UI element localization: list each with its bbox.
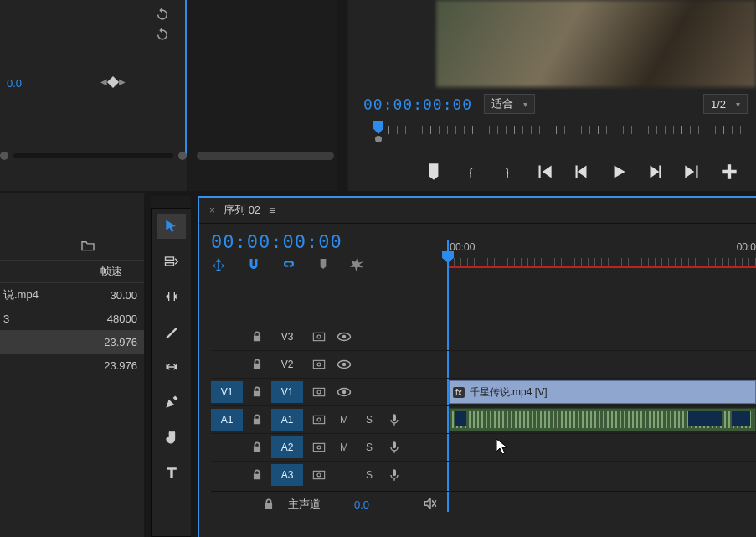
- reset-icon[interactable]: [155, 26, 170, 41]
- svg-rect-24: [393, 469, 396, 476]
- source-patch-v1[interactable]: V1: [211, 381, 243, 403]
- add-keyframe-icon[interactable]: [107, 75, 119, 87]
- add-marker-button[interactable]: [423, 161, 445, 183]
- svg-rect-22: [313, 471, 324, 478]
- mute-button[interactable]: [332, 464, 357, 486]
- close-tab-button[interactable]: ×: [209, 204, 215, 216]
- project-row[interactable]: 23.976: [0, 330, 144, 354]
- lock-icon[interactable]: [246, 381, 268, 403]
- sync-lock-icon[interactable]: [306, 464, 332, 486]
- track-a1-content[interactable]: [447, 408, 756, 431]
- source-patch-a1[interactable]: A1: [211, 409, 243, 431]
- next-keyframe-icon[interactable]: ▶: [119, 77, 126, 86]
- insert-overwrite-icon[interactable]: [211, 256, 226, 274]
- lock-icon[interactable]: [246, 436, 268, 458]
- voiceover-icon[interactable]: [382, 409, 407, 431]
- sequence-tab[interactable]: 序列 02: [224, 203, 260, 218]
- resolution-dropdown[interactable]: 1/2 ▾: [703, 94, 748, 114]
- lock-icon[interactable]: [246, 464, 268, 486]
- svg-point-23: [317, 473, 321, 477]
- project-list-header[interactable]: 帧速: [0, 261, 144, 283]
- toggle-track-output-icon[interactable]: [332, 381, 357, 403]
- program-timecode[interactable]: 00:00:00:00: [363, 96, 472, 113]
- go-to-out-button[interactable]: [681, 161, 703, 183]
- fx-badge: fx: [453, 387, 465, 398]
- solo-button[interactable]: S: [357, 464, 382, 486]
- toggle-track-output-icon[interactable]: [332, 326, 357, 348]
- folder-icon[interactable]: [80, 240, 95, 254]
- sync-lock-icon[interactable]: [306, 326, 332, 348]
- add-marker-icon[interactable]: [316, 257, 330, 273]
- pen-tool[interactable]: [157, 390, 186, 415]
- voiceover-icon[interactable]: [382, 464, 407, 486]
- lift-button[interactable]: [718, 161, 740, 183]
- mark-in-button[interactable]: {: [460, 161, 481, 183]
- lock-icon[interactable]: [246, 409, 268, 431]
- program-monitor-panel: 00:00:00:00 适合 ▾ 1/2 ▾ { }: [347, 0, 756, 193]
- type-tool[interactable]: [157, 460, 186, 485]
- track-label-a3[interactable]: A3: [271, 464, 303, 486]
- panel-divider[interactable]: [191, 196, 198, 537]
- snap-icon[interactable]: [246, 256, 261, 274]
- project-row[interactable]: 说.mp430.00: [0, 283, 144, 307]
- lock-icon[interactable]: [246, 326, 268, 348]
- horizontal-scrollbar[interactable]: [0, 150, 187, 162]
- sync-lock-icon[interactable]: [306, 354, 332, 375]
- step-forward-button[interactable]: [645, 161, 666, 183]
- mute-button[interactable]: M: [332, 409, 357, 431]
- playhead-marker-icon[interactable]: [373, 121, 383, 134]
- selection-tool[interactable]: [157, 214, 186, 239]
- lock-icon[interactable]: [258, 493, 280, 515]
- track-select-tool[interactable]: [157, 249, 186, 274]
- project-row[interactable]: 348000: [0, 307, 144, 330]
- timeline-settings-icon[interactable]: [350, 256, 365, 274]
- linked-selection-icon[interactable]: [281, 256, 296, 274]
- project-row[interactable]: 23.976: [0, 354, 144, 377]
- hand-tool[interactable]: [157, 425, 186, 450]
- svg-point-9: [317, 363, 321, 366]
- timeline-timecode[interactable]: 00:00:00:00: [211, 231, 342, 252]
- master-value[interactable]: 0.0: [354, 498, 369, 511]
- audio-clip[interactable]: [449, 408, 756, 431]
- lock-icon[interactable]: [246, 354, 268, 375]
- zoom-fit-dropdown[interactable]: 适合 ▾: [484, 94, 535, 114]
- go-to-in-button[interactable]: [533, 161, 555, 183]
- slip-tool[interactable]: [157, 354, 186, 380]
- project-item-fps: 48000: [94, 312, 144, 325]
- track-label-v1[interactable]: V1: [271, 381, 303, 403]
- panel-divider[interactable]: [144, 196, 151, 537]
- track-label-a1[interactable]: A1: [271, 409, 303, 431]
- play-button[interactable]: [608, 161, 630, 183]
- track-label-v2[interactable]: V2: [271, 354, 303, 375]
- panel-focus-edge: [185, 0, 187, 157]
- video-clip[interactable]: fx 千星传说.mp4 [V]: [449, 380, 756, 404]
- ripple-edit-tool[interactable]: [157, 284, 186, 309]
- master-label[interactable]: 主声道: [288, 497, 321, 512]
- timeline-ruler[interactable]: :00:00 00:0: [447, 240, 756, 268]
- sync-lock-icon[interactable]: [306, 436, 332, 458]
- solo-button[interactable]: S: [357, 436, 382, 458]
- column-framerate[interactable]: 帧速: [100, 264, 144, 279]
- step-back-button[interactable]: [570, 161, 592, 183]
- voiceover-icon[interactable]: [382, 436, 407, 458]
- tab-menu-icon[interactable]: ≡: [269, 204, 275, 217]
- timeline-tabbar: × 序列 02 ≡: [199, 198, 756, 224]
- program-time-ruler[interactable]: [363, 121, 748, 142]
- program-video-view[interactable]: [436, 0, 756, 87]
- reset-icon[interactable]: [155, 6, 170, 21]
- track-label-v3[interactable]: V3: [271, 326, 303, 348]
- timeline-tool-row: [211, 256, 365, 274]
- mark-out-button[interactable]: }: [496, 161, 518, 183]
- svg-rect-18: [393, 414, 396, 421]
- effect-value[interactable]: 0.0: [7, 77, 22, 90]
- track-v1-content[interactable]: fx 千星传说.mp4 [V]: [447, 380, 756, 404]
- solo-button[interactable]: S: [357, 409, 382, 431]
- panel-divider[interactable]: [337, 0, 346, 191]
- toggle-track-output-icon[interactable]: [332, 354, 357, 375]
- master-output-icon[interactable]: [423, 498, 438, 512]
- razor-tool[interactable]: [157, 319, 186, 344]
- mute-button[interactable]: M: [332, 436, 357, 458]
- sync-lock-icon[interactable]: [306, 409, 332, 431]
- sync-lock-icon[interactable]: [306, 381, 332, 403]
- track-label-a2[interactable]: A2: [271, 436, 303, 458]
